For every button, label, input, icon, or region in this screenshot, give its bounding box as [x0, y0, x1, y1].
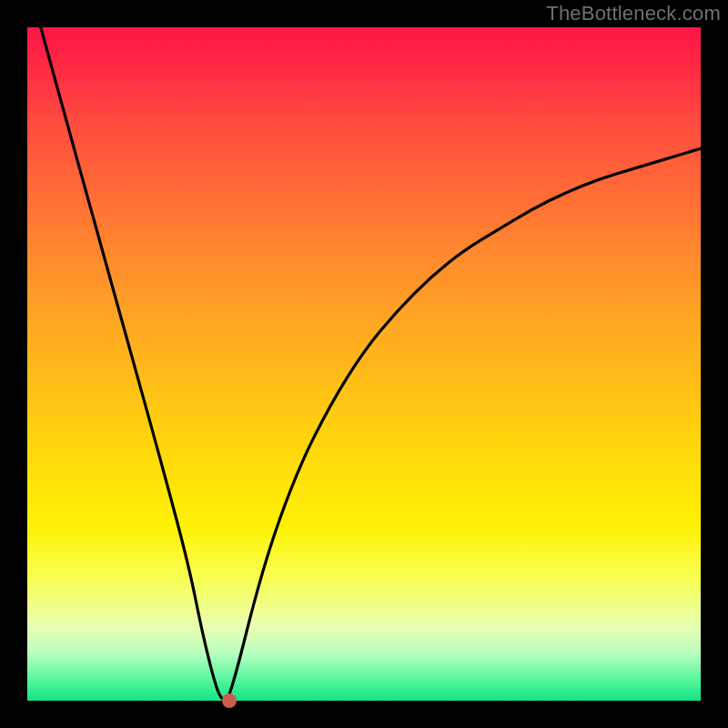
chart-frame: TheBottleneck.com [0, 0, 728, 728]
optimum-marker [222, 693, 237, 708]
bottleneck-curve [41, 27, 701, 701]
plot-area [27, 27, 701, 701]
watermark-text: TheBottleneck.com [546, 2, 721, 25]
curve-svg [27, 27, 701, 701]
